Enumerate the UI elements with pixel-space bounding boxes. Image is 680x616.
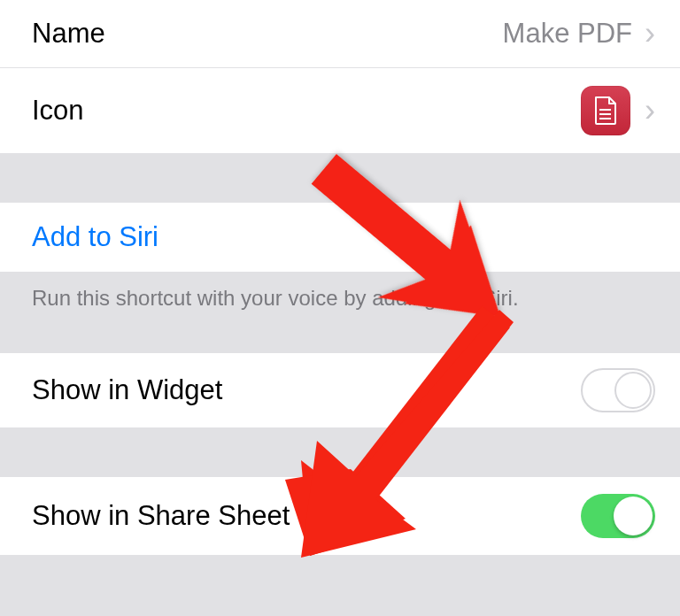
name-value: Make PDF: [503, 18, 632, 50]
row-add-to-siri[interactable]: Add to Siri: [0, 203, 680, 272]
icon-label: Icon: [32, 95, 84, 127]
row-show-in-share-sheet: Show in Share Sheet: [0, 477, 680, 555]
widget-toggle[interactable]: [581, 368, 655, 412]
add-to-siri-link: Add to Siri: [32, 221, 158, 253]
document-icon: [581, 86, 630, 135]
chevron-right-icon: ›: [645, 18, 655, 50]
row-icon[interactable]: Icon ›: [0, 68, 680, 153]
section-gap: [0, 328, 680, 353]
chevron-right-icon: ›: [645, 95, 655, 127]
widget-label: Show in Widget: [32, 374, 222, 406]
row-show-in-widget: Show in Widget: [0, 353, 680, 427]
section-gap: [0, 153, 680, 203]
share-sheet-label: Show in Share Sheet: [32, 500, 290, 532]
section-gap: [0, 427, 680, 477]
row-name[interactable]: Name Make PDF ›: [0, 0, 680, 67]
share-sheet-toggle[interactable]: [581, 494, 655, 538]
name-label: Name: [32, 18, 105, 50]
siri-footer-text: Run this shortcut with your voice by add…: [0, 272, 680, 328]
